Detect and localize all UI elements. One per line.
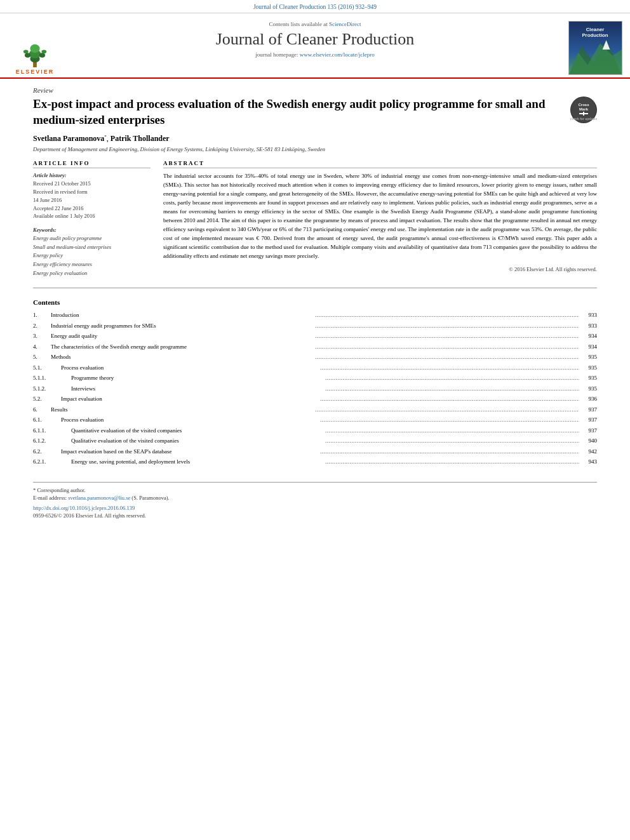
badge-image: Cleaner Production [568, 22, 622, 74]
toc-item-5-1-2: 5.1.2. Interviews 935 [33, 385, 597, 394]
toc-item-5-1-1: 5.1.1. Programme theory 935 [33, 374, 597, 383]
toc-dots [315, 353, 579, 362]
toc-label: Results [51, 406, 315, 415]
toc-page: 934 [579, 332, 597, 341]
issn-line: 0959-6526/© 2016 Elsevier Ltd. All right… [33, 512, 597, 519]
journal-citation-bar: Journal of Cleaner Production 135 (2016)… [0, 0, 630, 13]
abstract-header: ABSTRACT [163, 160, 597, 168]
keyword-2: Small and medium-sized enterprises [33, 243, 151, 252]
table-of-contents: Contents 1. Introduction 933 2. Industri… [33, 298, 597, 467]
abstract-column: ABSTRACT The industrial sector accounts … [163, 160, 597, 277]
svg-text:check for updates: check for updates [570, 117, 597, 121]
svg-point-6 [23, 50, 29, 53]
article-title: Ex-post impact and process evaluation of… [33, 97, 597, 128]
toc-num: 1. [33, 311, 51, 320]
toc-item-5: 5. Methods 935 [33, 353, 597, 362]
toc-label: Methods [51, 353, 315, 362]
homepage-url[interactable]: www.elsevier.com/locate/jclepro [300, 51, 375, 58]
corresponding-marker: * [104, 134, 107, 139]
toc-num: 3. [33, 332, 51, 341]
footnotes-section: * Corresponding author. E-mail address: … [33, 482, 597, 519]
article-info-abstract-columns: ARTICLE INFO Article history: Received 2… [33, 160, 597, 277]
toc-page: 937 [579, 406, 597, 415]
toc-num: 5.1.2. [33, 385, 71, 394]
toc-label: Impact evaluation based on the SEAP's da… [61, 448, 320, 457]
sciencedirect-link[interactable]: ScienceDirect [329, 21, 361, 27]
article-section-label: Review [33, 86, 597, 94]
email-link[interactable]: svetlana.paramonova@liu.se [68, 495, 130, 501]
toc-label: Energy audit quality [51, 332, 315, 341]
toc-label: The characteristics of the Swedish energ… [51, 343, 315, 352]
toc-page: 933 [579, 311, 597, 320]
toc-item-2: 2. Industrial energy audit programmes fo… [33, 322, 597, 331]
svg-text:Cross: Cross [578, 103, 589, 107]
toc-page: 935 [579, 364, 597, 373]
toc-num: 5. [33, 353, 51, 362]
toc-item-6: 6. Results 937 [33, 406, 597, 415]
keyword-4: Energy efficiency measures [33, 260, 151, 269]
toc-page: 933 [579, 322, 597, 331]
homepage-line: journal homepage: www.elsevier.com/locat… [70, 51, 560, 58]
toc-page: 937 [579, 416, 597, 425]
toc-item-6-2: 6.2. Impact evaluation based on the SEAP… [33, 448, 597, 457]
toc-dots [315, 332, 579, 341]
keywords-label: Keywords: [33, 227, 151, 233]
doi-link[interactable]: http://dx.doi.org/10.1016/j.jclepro.2016… [33, 505, 597, 511]
author-2: Patrik Thollander [111, 134, 170, 143]
toc-page: 935 [579, 374, 597, 383]
author-1: Svetlana Paramonova [33, 134, 104, 143]
toc-num: 5.1.1. [33, 374, 71, 383]
toc-label: Energy use, saving potential, and deploy… [71, 458, 325, 467]
crossmark-badge: Cross Mark check for updates [570, 97, 597, 123]
journal-citation-text: Journal of Cleaner Production 135 (2016)… [253, 4, 377, 10]
toc-dots [320, 416, 579, 425]
elsevier-wordmark: ELSEVIER [16, 69, 55, 75]
toc-num: 5.1. [33, 364, 61, 373]
toc-page: 942 [579, 448, 597, 457]
toc-page: 935 [579, 353, 597, 362]
toc-dots [325, 374, 579, 383]
contents-title: Contents [33, 298, 597, 306]
corresponding-author-note: * Corresponding author. [33, 486, 597, 495]
svg-point-5 [39, 53, 46, 58]
toc-num: 6.2.1. [33, 458, 71, 467]
toc-label: Programme theory [71, 374, 325, 383]
toc-label: Impact evaluation [61, 395, 320, 404]
toc-label: Interviews [71, 385, 325, 394]
toc-page: 940 [579, 437, 597, 446]
toc-item-6-2-1: 6.2.1. Energy use, saving potential, and… [33, 458, 597, 467]
toc-item-3: 3. Energy audit quality 934 [33, 332, 597, 341]
toc-item-6-1-2: 6.1.2. Qualitative evaluation of the vis… [33, 437, 597, 446]
toc-label: Industrial energy audit programmes for S… [51, 322, 315, 331]
toc-item-5-1: 5.1. Process evaluation 935 [33, 364, 597, 373]
elsevier-tree-icon [16, 42, 54, 67]
svg-point-4 [25, 53, 31, 58]
toc-num: 6.1.2. [33, 437, 71, 446]
toc-page: 936 [579, 395, 597, 404]
keyword-5: Energy policy evaluation [33, 269, 151, 278]
keyword-1: Energy audit policy programme [33, 234, 151, 243]
toc-page: 934 [579, 343, 597, 352]
email-footnote: E-mail address: svetlana.paramonova@liu.… [33, 494, 597, 502]
available-date: Available online 1 July 2016 [33, 212, 151, 220]
keyword-3: Energy policy [33, 251, 151, 260]
journal-badge-area: Cleaner Production [560, 18, 630, 77]
toc-item-6-1-1: 6.1.1. Quantitative evaluation of the vi… [33, 427, 597, 436]
svg-point-3 [30, 44, 39, 53]
toc-num: 6.2. [33, 448, 61, 457]
toc-item-4: 4. The characteristics of the Swedish en… [33, 343, 597, 352]
article-info-header: ARTICLE INFO [33, 160, 151, 168]
toc-page: 935 [579, 385, 597, 394]
authors-line: Svetlana Paramonova*, Patrik Thollander [33, 134, 597, 143]
journal-header: ELSEVIER Contents lists available at Sci… [0, 13, 630, 79]
divider-1 [33, 288, 597, 288]
toc-num: 5.2. [33, 395, 61, 404]
history-label: Article history: [33, 172, 151, 178]
contents-available-text: Contents lists available at ScienceDirec… [70, 21, 560, 27]
svg-text:Cleaner: Cleaner [586, 27, 604, 32]
revised-date: 14 June 2016 [33, 196, 151, 204]
toc-label: Quantitative evaluation of the visited c… [71, 427, 325, 436]
copyright-line: © 2016 Elsevier Ltd. All rights reserved… [163, 266, 597, 272]
svg-text:Mark: Mark [579, 107, 589, 111]
article-info-column: ARTICLE INFO Article history: Received 2… [33, 160, 151, 277]
